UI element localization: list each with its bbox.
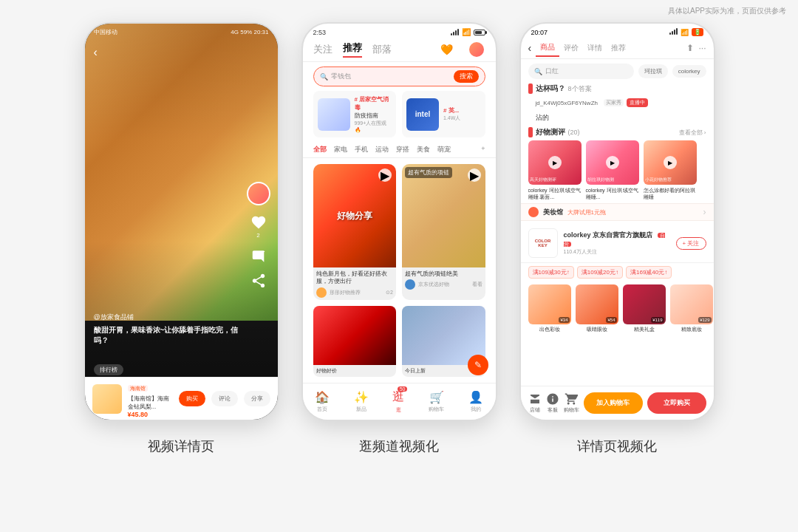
author-name-1: 形形好物推荐 bbox=[330, 289, 361, 296]
phone1-frame: 中国移动 4G 59% 20:31 ‹ 2 bbox=[83, 22, 279, 421]
action-icons: 2 bbox=[247, 182, 270, 289]
brand-name-row: colorkey 京东自营官方旗舰店 自营 bbox=[564, 231, 670, 248]
phone2-tabs: 关注 推荐 部落 🧡 bbox=[303, 38, 496, 62]
search-tag-2[interactable]: colorkey bbox=[672, 65, 706, 78]
review-name-3: 怎么涂都好看的阿拉琪雕睡 bbox=[644, 187, 697, 200]
nav-new[interactable]: ✨ 新品 bbox=[354, 390, 369, 413]
play-button-2[interactable]: ▶ bbox=[468, 168, 481, 182]
tab-review[interactable]: 评价 bbox=[559, 40, 583, 56]
product-price: ¥45.80 bbox=[128, 411, 173, 418]
share-icon[interactable] bbox=[250, 273, 267, 289]
topic-card-2[interactable]: intel # 英... 1.4W人 bbox=[402, 91, 485, 137]
topic-count-1: 999+人在围观 🔥 bbox=[355, 120, 392, 133]
product-4[interactable]: ¥129 精致底妆 bbox=[670, 284, 713, 333]
user-avatar[interactable] bbox=[468, 41, 485, 58]
search-tag-1[interactable]: 珂拉琪 bbox=[638, 64, 668, 78]
cart-button-3[interactable]: 购物车 bbox=[564, 392, 579, 414]
topic-card-1[interactable]: # 居家空气消毒 防疫指南 999+人在围观 🔥 bbox=[313, 91, 397, 137]
logo-bottom: KEY bbox=[535, 243, 551, 248]
search-button[interactable]: 搜索 bbox=[454, 70, 479, 83]
tab-follow[interactable]: 关注 bbox=[313, 43, 332, 56]
user-id-section: jd_K4Wj05xGF6YNwZh 买家秀 直播中 bbox=[528, 97, 706, 112]
edit-fab[interactable]: ✎ bbox=[468, 355, 488, 375]
promo-tag-1[interactable]: 满109减30元↑ bbox=[528, 266, 574, 279]
tab-goods[interactable]: 商品 bbox=[536, 39, 559, 57]
bottom-nav: 🏠 首页 ✨ 新品 逛 50 逛 🛒 购物车 bbox=[303, 383, 496, 420]
product-3[interactable]: ¥119 精美礼盒 bbox=[623, 284, 666, 333]
search-icon: 🔍 bbox=[320, 73, 328, 81]
review-more[interactable]: 查看全部 › bbox=[679, 129, 706, 137]
author-avatar-2 bbox=[405, 279, 415, 290]
video-card-2[interactable]: 超有气质的项链 ▶ 超有气质的项链绝美 京东优选好物 看看 bbox=[402, 164, 485, 300]
video-thumbnail-2: 超有气质的项链 ▶ bbox=[402, 164, 485, 267]
play-icon-3: ▶ bbox=[664, 156, 677, 169]
comment-button[interactable]: 评论 bbox=[211, 391, 238, 406]
phone3-search-box[interactable]: 🔍 口红 bbox=[528, 64, 634, 79]
section-dot bbox=[528, 83, 533, 94]
back-button-3[interactable]: ‹ bbox=[528, 42, 532, 54]
cat-all[interactable]: 全部 bbox=[313, 145, 327, 154]
buy-now-button[interactable]: 立即购买 bbox=[647, 392, 706, 414]
cat-phone[interactable]: 手机 bbox=[355, 145, 368, 154]
signal: 4G bbox=[231, 29, 239, 35]
nav-home[interactable]: 🏠 首页 bbox=[315, 390, 330, 413]
add-to-cart-button[interactable]: 加入购物车 bbox=[584, 392, 643, 414]
more-icon-3[interactable]: ··· bbox=[698, 43, 706, 53]
signal3-icon bbox=[669, 28, 678, 36]
product-2[interactable]: ¥54 吸睛眼妆 bbox=[576, 284, 618, 333]
video-title-1: 纯色新月包，好看还好搭衣服，方便出行 bbox=[313, 267, 397, 287]
play-button-1[interactable]: ▶ bbox=[378, 168, 392, 182]
store-button[interactable]: 店铺 bbox=[528, 392, 542, 414]
buy-button[interactable]: 购买 bbox=[179, 391, 205, 406]
nav-mine[interactable]: 👤 我的 bbox=[468, 390, 483, 413]
share-button[interactable]: 分享 bbox=[244, 391, 270, 406]
author-avatar-1 bbox=[316, 287, 327, 298]
product-label-1: 出色彩妆 bbox=[528, 326, 571, 333]
mini-card-1[interactable]: 好物好价 bbox=[313, 306, 397, 377]
shop-name: @放家食品铺 bbox=[94, 313, 241, 322]
cat-add[interactable]: + bbox=[481, 145, 485, 154]
product-label-3: 精美礼盒 bbox=[623, 326, 666, 333]
promo-tag-3[interactable]: 满169减40元↑ bbox=[626, 266, 672, 279]
share-icon-3[interactable]: ⬆ bbox=[686, 43, 694, 53]
cat-appliance[interactable]: 家电 bbox=[334, 145, 347, 154]
tab-recommend[interactable]: 推荐 bbox=[343, 41, 362, 58]
service-label: 客服 bbox=[548, 406, 558, 414]
phone2-search-bar[interactable]: 🔍 零钱包 搜索 bbox=[313, 66, 485, 86]
nav-cart[interactable]: 🛒 购物车 bbox=[429, 390, 444, 413]
tab-recommend[interactable]: 推荐 bbox=[607, 40, 630, 56]
nav-browse[interactable]: 逛 50 逛 bbox=[392, 389, 404, 414]
cat-sports[interactable]: 运动 bbox=[375, 145, 389, 154]
ranking-tag[interactable]: 排行榜 bbox=[94, 364, 123, 375]
view-label-2: 看看 bbox=[472, 281, 482, 288]
mini-cards: 好物好价 今日上新 ✎ bbox=[303, 306, 496, 383]
cat-fashion[interactable]: 穿搭 bbox=[396, 145, 409, 154]
review-item-3[interactable]: ▶ 小花好物推荐 怎么涂都好看的阿拉琪雕睡 bbox=[644, 140, 697, 200]
review-label-2: 胡拉琪好物测 bbox=[587, 177, 614, 183]
service-button[interactable]: 客服 bbox=[546, 392, 559, 414]
review-item-1[interactable]: ▶ 高天好物测评 colorkey 珂拉琪 绒空气雕睡 薯面... bbox=[528, 140, 582, 200]
user-id-row: jd_K4Wj05xGF6YNwZh 买家秀 直播中 bbox=[536, 98, 699, 107]
back-button[interactable]: ‹ bbox=[94, 46, 98, 59]
question-title: 达杯吗？ bbox=[536, 83, 565, 94]
video-card-1[interactable]: ▶ 纯色新月包，好看还好搭衣服，方便出行 形形好物推荐 ⊙2 bbox=[313, 164, 397, 300]
signal-icon bbox=[451, 29, 459, 35]
promo-tag-2[interactable]: 满109减20元↑ bbox=[577, 266, 623, 279]
live-button[interactable]: 直播中 bbox=[627, 98, 648, 107]
follow-button[interactable]: + 关注 bbox=[676, 237, 706, 250]
bottom-buttons: 店铺 客服 购物车 加入购物车 立即购买 bbox=[521, 386, 714, 420]
play-icon-1: ▶ bbox=[548, 156, 562, 169]
comment-icon[interactable] bbox=[250, 248, 267, 264]
avatar[interactable] bbox=[247, 182, 270, 205]
cat-food[interactable]: 美食 bbox=[417, 145, 430, 154]
beauty-section[interactable]: 美妆馆 大牌试用1元拖 › bbox=[521, 203, 714, 221]
review-item-2[interactable]: ▶ 胡拉琪好物测 colorkey 珂拉琪 绒空气雕睡... bbox=[586, 140, 639, 200]
cat-pets[interactable]: 萌宠 bbox=[437, 145, 451, 154]
beauty-label: 美妆馆 bbox=[543, 208, 563, 217]
like-button[interactable]: 2 bbox=[250, 214, 267, 239]
product-1[interactable]: ¥34 出色彩妆 bbox=[528, 284, 571, 333]
beauty-sub: 大牌试用1元拖 bbox=[567, 208, 606, 216]
tab-detail[interactable]: 详情 bbox=[583, 40, 607, 56]
price-badge-4: ¥129 bbox=[698, 317, 711, 323]
tab-tribe[interactable]: 部落 bbox=[372, 43, 392, 56]
